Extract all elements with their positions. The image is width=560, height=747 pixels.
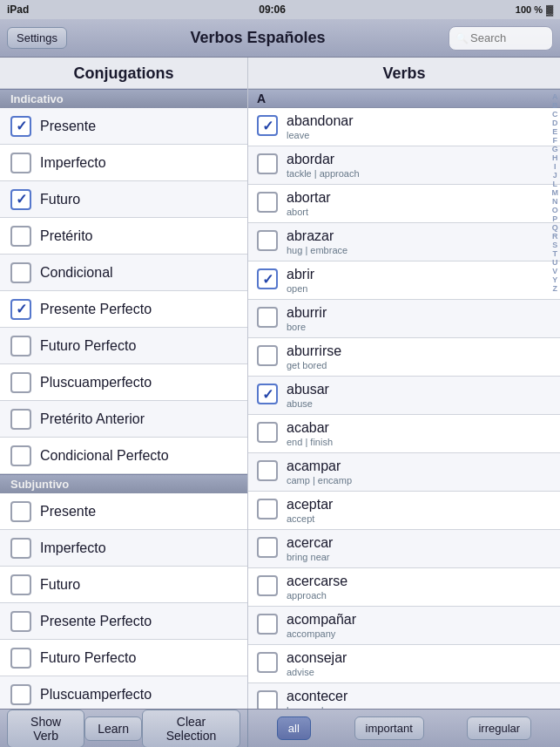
verb-checkbox-acercar[interactable] — [257, 537, 278, 558]
verb-checkbox-acercarse[interactable] — [257, 575, 278, 596]
left-panel: Conjugations Indicativo Presente Imperfe… — [0, 58, 248, 709]
verb-checkbox-acampar[interactable] — [257, 460, 278, 481]
verb-translation: accompany — [287, 628, 356, 639]
checkbox-condicional[interactable] — [10, 262, 31, 283]
list-item[interactable]: Pluscuamperfecto — [0, 676, 247, 709]
verb-translation: advise — [287, 667, 347, 677]
item-label: Imperfecto — [40, 155, 106, 171]
verb-checkbox-abortar[interactable] — [257, 192, 278, 213]
verb-translation: approach — [287, 590, 347, 601]
verb-item[interactable]: acampar camp | encamp — [248, 453, 560, 492]
show-verb-button[interactable]: Show Verb — [7, 710, 84, 748]
verb-translation: abort — [287, 207, 331, 217]
item-label: Condicional Perfecto — [40, 448, 169, 464]
item-label: Pretérito Anterior — [40, 411, 145, 427]
verb-checkbox-acontecer[interactable] — [257, 690, 278, 709]
verb-item[interactable]: acabar end | finish — [248, 415, 560, 453]
search-input[interactable] — [449, 26, 553, 51]
bottom-left-controls: Show Verb Learn Clear Selection — [0, 710, 248, 747]
checkbox-futuro[interactable] — [10, 189, 31, 210]
verb-translation: bore — [287, 322, 327, 332]
verb-item[interactable]: abandonar leave — [248, 108, 560, 146]
filter-important-button[interactable]: important — [354, 716, 424, 740]
checkbox-presente-perfecto[interactable] — [10, 299, 31, 320]
checkbox-presente[interactable] — [10, 116, 31, 137]
list-item[interactable]: Presente — [0, 493, 247, 530]
filter-all-button[interactable]: all — [277, 716, 311, 740]
item-label: Futuro Perfecto — [40, 650, 136, 666]
checkbox-sub-pluscuamperfecto[interactable] — [10, 684, 31, 705]
verb-item[interactable]: abusar abuse — [248, 377, 560, 415]
verb-item[interactable]: aburrir bore — [248, 300, 560, 338]
learn-button[interactable]: Learn — [84, 716, 142, 741]
conjugations-scroll[interactable]: Indicativo Presente Imperfecto Futuro Pr… — [0, 89, 247, 709]
verb-item[interactable]: aceptar accept — [248, 492, 560, 530]
letter-section-a: A — [248, 89, 560, 108]
verb-checkbox-abrir[interactable] — [257, 268, 278, 289]
list-item[interactable]: Presente Perfecto — [0, 603, 247, 640]
verb-item[interactable]: acontecer happen | occur — [248, 683, 560, 709]
list-item[interactable]: Imperfecto — [0, 530, 247, 567]
verb-item[interactable]: acompañar accompany — [248, 607, 560, 645]
checkbox-pluscuamperfecto[interactable] — [10, 372, 31, 393]
list-item[interactable]: Futuro Perfecto — [0, 640, 247, 676]
verb-item[interactable]: abrazar hug | embrace — [248, 223, 560, 261]
verb-text: abortar abort — [287, 190, 331, 217]
list-item[interactable]: Futuro — [0, 567, 247, 603]
list-item[interactable]: Condicional Perfecto — [0, 438, 247, 474]
list-item[interactable]: Pretérito Anterior — [0, 401, 247, 438]
list-item[interactable]: Futuro Perfecto — [0, 328, 247, 364]
verb-checkbox-abrazar[interactable] — [257, 230, 278, 251]
item-label: Presente Perfecto — [40, 614, 152, 629]
verb-item[interactable]: acercarse approach — [248, 568, 560, 607]
right-panel: Verbs A B C D E F G H I J L M N O P Q R — [248, 58, 560, 709]
list-item[interactable]: Presente — [0, 108, 247, 145]
verb-checkbox-abordar[interactable] — [257, 153, 278, 174]
verb-item[interactable]: aconsejar advise — [248, 645, 560, 683]
checkbox-preterito[interactable] — [10, 226, 31, 247]
verb-name: acontecer — [287, 689, 350, 704]
checkbox-sub-presente[interactable] — [10, 501, 31, 522]
verb-item[interactable]: aburrirse get bored — [248, 338, 560, 377]
bottom-bar: Show Verb Learn Clear Selection all impo… — [0, 709, 560, 747]
verb-item[interactable]: acercar bring near — [248, 530, 560, 568]
list-item[interactable]: Imperfecto — [0, 145, 247, 181]
verb-translation: end | finish — [287, 437, 333, 447]
checkbox-sub-futuro[interactable] — [10, 574, 31, 595]
verb-item[interactable]: abrir open — [248, 261, 560, 300]
verb-text: acontecer happen | occur — [287, 689, 350, 709]
verb-text: acampar camp | encamp — [287, 458, 352, 486]
list-item[interactable]: Presente Perfecto — [0, 291, 247, 328]
verb-name: aconsejar — [287, 650, 347, 666]
verb-text: abrir open — [287, 267, 314, 294]
checkbox-sub-imperfecto[interactable] — [10, 538, 31, 559]
checkbox-imperfecto[interactable] — [10, 153, 31, 173]
verb-name: acercarse — [287, 574, 347, 589]
filter-irregular-button[interactable]: irregular — [467, 716, 531, 740]
checkbox-sub-futuro-perfecto[interactable] — [10, 648, 31, 669]
verbs-scroll[interactable]: A B C D E F G H I J L M N O P Q R S T U — [248, 89, 560, 709]
verb-checkbox-aconsejar[interactable] — [257, 652, 278, 673]
checkbox-preterito-anterior[interactable] — [10, 409, 31, 430]
list-item[interactable]: Futuro — [0, 181, 247, 218]
verb-checkbox-acompanar[interactable] — [257, 614, 278, 635]
checkbox-condicional-perfecto[interactable] — [10, 445, 31, 466]
verb-checkbox-abandonar[interactable] — [257, 115, 278, 136]
verb-name: aburrir — [287, 305, 327, 321]
verb-item[interactable]: abortar abort — [248, 185, 560, 223]
verb-checkbox-abusar[interactable] — [257, 384, 278, 404]
list-item[interactable]: Pluscuamperfecto — [0, 364, 247, 401]
list-item[interactable]: Pretérito — [0, 218, 247, 255]
verb-checkbox-acabar[interactable] — [257, 422, 278, 443]
item-label: Imperfecto — [40, 540, 106, 556]
list-item[interactable]: Condicional — [0, 255, 247, 291]
verb-checkbox-aburrir[interactable] — [257, 307, 278, 328]
verb-checkbox-aburrirse[interactable] — [257, 345, 278, 366]
verb-checkbox-aceptar[interactable] — [257, 499, 278, 520]
checkbox-sub-presente-perfecto[interactable] — [10, 611, 31, 632]
clear-selection-button[interactable]: Clear Selection — [142, 710, 240, 748]
checkbox-futuro-perfecto[interactable] — [10, 336, 31, 357]
settings-button[interactable]: Settings — [7, 27, 67, 49]
item-label: Pluscuamperfecto — [40, 375, 152, 390]
verb-item[interactable]: abordar tackle | approach — [248, 146, 560, 185]
